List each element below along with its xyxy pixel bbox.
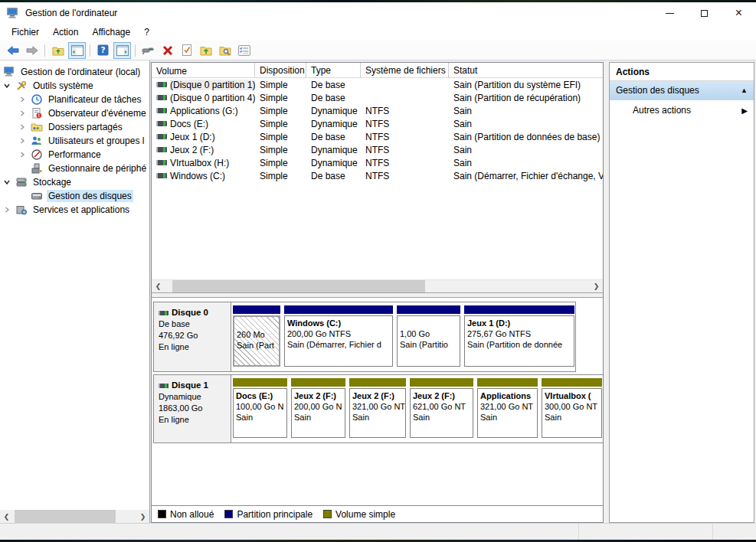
partition-box[interactable]: Applications 321,00 Go NT Sain — [477, 388, 538, 438]
menu-affichage[interactable]: Affichage — [85, 24, 137, 40]
disk-info-disque-1[interactable]: Disque 1 Dynamique 1863,00 Go En ligne — [154, 375, 231, 442]
partition-title: Docs (E:) — [236, 390, 284, 401]
table-row[interactable]: (Disque 0 partition 1) Simple De base Sa… — [152, 78, 603, 91]
chevron-collapsed-icon[interactable] — [18, 123, 31, 131]
partition-box[interactable]: Docs (E:) 100,00 Go N Sain — [233, 388, 287, 438]
chevron-collapsed-icon[interactable] — [18, 96, 31, 103]
scroll-left-icon[interactable]: ❮ — [0, 510, 13, 523]
column-header-type[interactable]: Type — [306, 63, 361, 77]
chevron-expanded-icon[interactable] — [3, 82, 15, 90]
explore-folder-button[interactable] — [216, 42, 234, 59]
chevron-collapsed-icon[interactable] — [3, 206, 15, 214]
menu-action[interactable]: Action — [46, 24, 85, 40]
disk-management-icon — [31, 190, 44, 202]
open-folder-button[interactable] — [197, 42, 214, 59]
chevron-collapsed-icon[interactable] — [18, 151, 31, 158]
help-button[interactable]: ? — [94, 42, 112, 59]
partition-box[interactable]: 1,00 Go Sain (Partitio — [397, 315, 460, 367]
actions-item-autres-actions[interactable]: Autres actions ▶ — [610, 100, 754, 120]
partition-windows-c[interactable]: Windows (C:) 200,00 Go NTFS Sain (Démarr… — [284, 305, 393, 367]
volume-virtualbox-h[interactable]: VIrtualbox ( 300,00 Go NT Sain — [542, 378, 602, 438]
scrollbar-thumb[interactable] — [172, 280, 425, 292]
partition-box[interactable]: VIrtualbox ( 300,00 Go NT Sain — [542, 388, 602, 438]
volume-list-horizontal-scrollbar[interactable]: ❮ ❯ — [152, 279, 603, 292]
legend-unallocated: Non alloué — [158, 509, 214, 520]
legend-bar: Non alloué Partition principale Volume s… — [152, 505, 603, 522]
tree-item-stockage[interactable]: Stockage — [0, 175, 149, 189]
scrollbar-thumb[interactable] — [15, 510, 116, 523]
tree-item-gestionnaire-peripheriques[interactable]: Gestionnaire de périphé — [0, 162, 149, 175]
rescan-disks-button[interactable] — [139, 42, 157, 59]
partition-status: Sain (Partition de donnée — [467, 339, 571, 350]
partition-box[interactable]: Jeux 2 (F:) 321,00 Go NT Sain — [349, 388, 406, 438]
tree-item-computer-management[interactable]: Gestion de l'ordinateur (local) — [0, 65, 149, 79]
cell-type: Dynamique — [306, 158, 361, 168]
up-level-button[interactable] — [49, 42, 67, 59]
up-level-icon — [52, 45, 64, 56]
actions-group-gestion-des-disques[interactable]: Gestion des disques ▲ — [610, 81, 754, 100]
table-row[interactable]: Docs (E:) Simple Dynamique NTFS Sain — [152, 117, 603, 130]
cell-statut: Sain — [449, 106, 603, 116]
column-header-systeme-fichiers[interactable]: Système de fichiers — [361, 63, 449, 77]
cell-type: De base — [306, 171, 361, 181]
partition-box[interactable]: Windows (C:) 200,00 Go NTFS Sain (Démarr… — [284, 315, 393, 367]
volume-jeux-2-f-3[interactable]: Jeux 2 (F:) 621,00 Go NT Sain — [410, 378, 473, 438]
partition-box[interactable]: Jeux 2 (F:) 200,00 Go N Sain — [291, 388, 345, 438]
partition-jeux-1-d[interactable]: Jeux 1 (D:) 275,67 Go NTFS Sain (Partiti… — [464, 305, 574, 367]
center-pane-wrap: Volume Disposition Type Système de fichi… — [150, 60, 606, 523]
tree-item-observateur[interactable]: Observateur d'événeme — [0, 106, 149, 120]
table-row[interactable]: (Disque 0 partition 4) Simple De base Sa… — [152, 91, 603, 104]
partition-box[interactable]: Jeux 1 (D:) 275,67 Go NTFS Sain (Partiti… — [464, 315, 574, 367]
cell-type: Dynamique — [306, 119, 361, 129]
pane-splitter[interactable] — [152, 292, 603, 298]
scroll-right-icon[interactable]: ❯ — [136, 510, 149, 523]
volume-applications-g[interactable]: Applications 321,00 Go NT Sain — [477, 378, 538, 438]
cell-statut: Sain (Partition de données de base) — [449, 132, 603, 142]
toggle-action-pane-button[interactable] — [113, 42, 131, 59]
table-row[interactable]: Jeux 1 (D:) Simple De base NTFS Sain (Pa… — [152, 130, 603, 143]
scroll-left-icon[interactable]: ❮ — [152, 280, 165, 292]
delete-volume-button[interactable] — [159, 42, 176, 59]
tree-item-performance[interactable]: Performance — [0, 148, 149, 162]
toggle-console-tree-button[interactable] — [68, 42, 86, 59]
close-button[interactable]: × — [722, 2, 756, 24]
partition-efi[interactable]: 260 Mo Sain (Part — [233, 305, 280, 367]
tree-item-dossiers-partages[interactable]: Dossiers partagés — [0, 120, 149, 134]
tree-item-outils-systeme[interactable]: Outils système — [0, 79, 149, 93]
collapse-icon[interactable]: ▲ — [741, 87, 748, 94]
volume-jeux-2-f-2[interactable]: Jeux 2 (F:) 321,00 Go NT Sain — [349, 378, 406, 438]
volume-docs-e[interactable]: Docs (E:) 100,00 Go N Sain — [233, 378, 287, 438]
menu-help[interactable]: ? — [137, 24, 156, 40]
partition-box-selected[interactable]: 260 Mo Sain (Part — [233, 315, 280, 367]
tree-item-planificateur[interactable]: Planificateur de tâches — [0, 93, 149, 106]
maximize-button[interactable] — [687, 2, 722, 24]
column-header-disposition[interactable]: Disposition — [255, 63, 306, 77]
forward-button[interactable] — [23, 42, 41, 59]
chevron-collapsed-icon[interactable] — [18, 109, 31, 117]
volume-list: Volume Disposition Type Système de fichi… — [152, 63, 603, 279]
properties-button[interactable] — [235, 42, 253, 59]
chevron-expanded-icon[interactable] — [3, 178, 15, 186]
table-row[interactable]: Jeux 2 (F:) Simple Dynamique NTFS Sain — [152, 143, 603, 156]
table-row[interactable]: Windows (C:) Simple De base NTFS Sain (D… — [152, 169, 603, 182]
disk-info-disque-0[interactable]: Disque 0 De base 476,92 Go En ligne — [154, 302, 231, 371]
back-button[interactable] — [4, 42, 21, 59]
table-row[interactable]: Applications (G:) Simple Dynamique NTFS … — [152, 104, 603, 117]
menu-fichier[interactable]: Fichier — [5, 24, 46, 40]
minimize-button[interactable] — [653, 2, 687, 24]
title-bar[interactable]: Gestion de l'ordinateur × — [0, 2, 756, 24]
scroll-right-icon[interactable]: ❯ — [590, 280, 603, 292]
partition-box[interactable]: Jeux 2 (F:) 621,00 Go NT Sain — [410, 388, 473, 438]
chevron-collapsed-icon[interactable] — [18, 137, 31, 145]
tree-item-services-applications[interactable]: Services et applications — [0, 203, 149, 217]
mark-partition-button[interactable] — [178, 42, 195, 59]
tree-item-gestion-des-disques[interactable]: Gestion des disques — [0, 189, 149, 203]
column-header-volume[interactable]: Volume — [152, 63, 255, 77]
partition-status: Sain — [236, 412, 284, 423]
tree-horizontal-scrollbar[interactable]: ❮ ❯ — [0, 510, 149, 523]
partition-recovery[interactable]: 1,00 Go Sain (Partitio — [397, 305, 460, 367]
column-header-statut[interactable]: Statut — [449, 63, 603, 77]
table-row[interactable]: VIrtualbox (H:) Simple Dynamique NTFS Sa… — [152, 156, 603, 169]
tree-item-utilisateurs[interactable]: Utilisateurs et groupes l — [0, 134, 149, 148]
volume-jeux-2-f-1[interactable]: Jeux 2 (F:) 200,00 Go N Sain — [291, 378, 345, 438]
